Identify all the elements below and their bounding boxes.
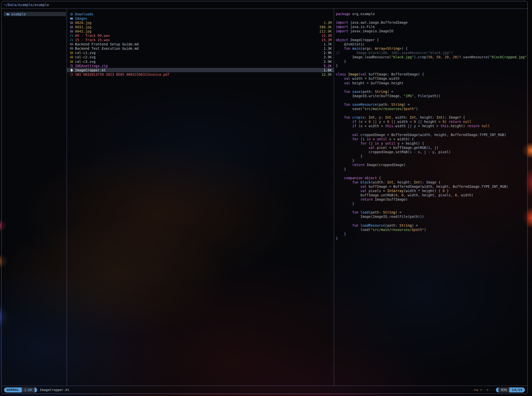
current-path-title: ~/Data/example/example [2,1,527,9]
code-line [336,219,526,223]
code-line: fun crop(x: Int, y: Int, width: Int, hei… [336,115,526,120]
code-line: val croppedImage = BufferedImage(width, … [336,133,526,137]
svg-image-icon [70,51,73,54]
code-line: if (x < 0 || y < 0 || width < 0 || heigh… [336,120,526,124]
file-size: 2.9K [323,51,332,55]
file-row[interactable]: cal-c1.svg2.9K [67,51,334,55]
file-size: 2.9K [323,55,332,59]
file-row[interactable]: cal-c2.svg2.9K [67,55,334,59]
terminal-window: ~/Data/example/example example Downloads… [1,1,528,394]
markdown-icon [70,47,73,50]
code-line: } [336,202,526,206]
file-row[interactable]: SBI_0032013739_2023_DE05_0003155631Invoi… [67,72,334,76]
code-line: @JvmStatic [336,42,526,46]
code-line: fun saveResource(path: String) = [336,102,526,107]
code-line: return Image(buffImage) [336,197,526,202]
code-line: val pixels = IntArray(width * height) { … [336,189,526,193]
status-bar: NORMAL 1.6K ImageCropper.kt -rw-r--r-- 9… [2,386,527,393]
file-row[interactable]: Downloads [67,12,334,16]
download-folder-icon [70,13,73,16]
scroll-percent-badge: 93% [498,387,509,392]
image-icon [70,21,73,24]
file-row[interactable]: 0031.jpg586.3K [67,25,334,29]
code-line [336,33,526,38]
code-line: val width = buffImage.width [336,76,526,81]
file-row[interactable]: IDEAsettings.zip5.2K [67,64,334,68]
code-line: object ImageCropper { [336,38,526,42]
file-row[interactable]: 15 - Track 15.wav15.3M [67,38,334,42]
code-line: } [336,59,526,64]
file-row[interactable]: Backend_Test_Execution_Guide.md1.3K [67,46,334,51]
code-line: import java.io.File [336,25,526,29]
file-size: 1.3K [323,46,332,50]
file-size: 15.3M [321,38,332,42]
code-line: load("src/main/resources/$path") [336,228,526,232]
code-line: for (i in x until x + width) { [336,137,526,141]
status-file-name: ImageCropper.kt [40,388,69,392]
file-name: cal-c2.svg [75,55,320,59]
file-row[interactable]: 09 - Track 09.wav15.3M [67,33,334,38]
file-row[interactable]: 0042.jpg212.9K [67,29,334,33]
code-line: save("src/main/resources/$path") [336,107,526,111]
code-line: fun black(width: Int, height: Int): Imag… [336,180,526,184]
code-line [336,111,526,115]
zip-icon [70,64,73,67]
file-size: 5.2K [323,64,332,68]
code-line: if (x + width > this.width || y + height… [336,124,526,128]
file-name: 15 - Track 15.wav [75,38,318,42]
file-size: 12.5K [321,72,332,76]
svg-image-icon [70,56,73,59]
code-line: } [336,236,526,241]
markdown-icon [70,43,73,46]
file-row[interactable]: 0028.jpg1.3M [67,20,334,25]
file-icon [70,69,73,72]
file-size: 1.6K [323,68,332,72]
powerline-cap-right-icon [35,387,37,392]
file-name: Images [75,16,329,20]
code-line: import javax.imageio.ImageIO [336,29,526,33]
code-line: import java.awt.image.BufferedImage [336,20,526,25]
pdf-icon [70,73,73,76]
code-line: } [336,167,526,171]
audio-icon [70,34,73,37]
file-row[interactable]: ImageCropper.kt1.6K [67,68,334,72]
powerline-cap-left-icon [496,387,498,392]
file-name: ImageCropper.kt [75,68,320,72]
code-line: fun load(path: String) = [336,210,526,215]
code-line [336,171,526,176]
cursor-position-badge: 14/15 [509,387,525,392]
position-indicator-group: 93% 14/15 [496,387,525,392]
file-name: 09 - Track 09.wav [75,34,318,38]
file-row[interactable]: cal-c3.svg2.9K [67,59,334,64]
code-line [336,128,526,133]
file-size-badge: 1.6K [22,387,35,392]
code-line: class Image(val buffImage: BufferedImage… [336,72,526,76]
file-size: 15.3M [321,34,332,38]
parent-directory-pane: example [2,9,67,386]
file-size: 1.7K [323,42,332,46]
image-icon [70,25,73,29]
zip-image-icon [70,60,73,63]
file-name: Backend_Frontend_Setup_Guide.md [75,42,320,46]
file-name: Backend_Test_Execution_Guide.md [75,46,320,50]
code-line [336,16,526,20]
file-size: 212.9K [319,29,332,33]
file-list: DownloadsImages0028.jpg1.3M0031.jpg586.3… [67,9,334,386]
file-row[interactable]: Images [67,16,334,20]
file-name: 0042.jpg [75,29,316,33]
code-line: package org.example [336,12,526,16]
code-line: for (j in y until y + height) { [336,141,526,146]
image-icon [70,30,73,33]
file-size: 2.9K [323,60,332,64]
mode-indicator-group: NORMAL 1.6K [4,387,37,392]
code-preview: package org.example import java.awt.imag… [336,12,526,241]
folder-icon [6,13,10,16]
code-line: val height = buffImage.height [336,81,526,85]
file-name: Downloads [75,12,329,16]
parent-dir-item[interactable]: example [4,12,66,16]
code-line: fun save(path: String) = [336,90,526,94]
code-line: Image.loadResource("black.jpg").crop(50,… [336,55,526,59]
folder-icon [70,17,73,20]
code-line: } [336,64,526,68]
file-row[interactable]: Backend_Frontend_Setup_Guide.md1.7K [67,42,334,46]
